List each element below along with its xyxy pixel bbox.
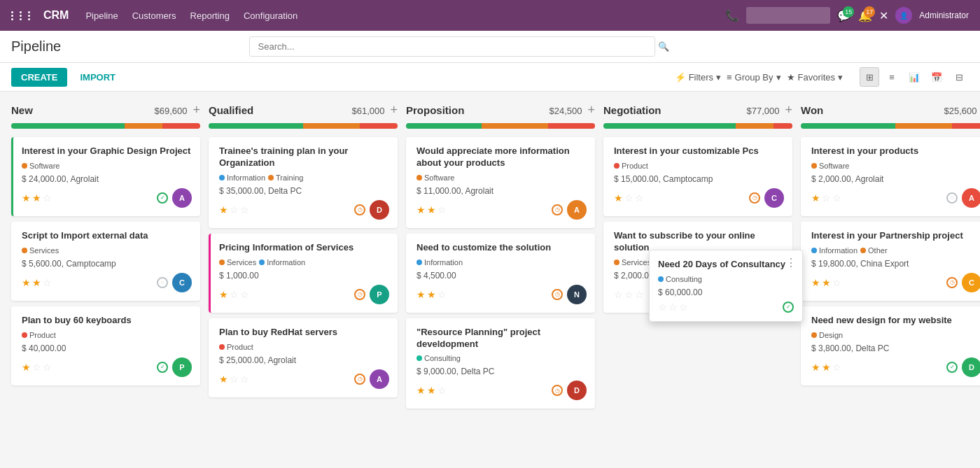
nav-pipeline[interactable]: Pipeline xyxy=(85,10,118,21)
nav-reporting[interactable]: Reporting xyxy=(190,10,230,21)
card-tag: Consulting xyxy=(416,354,461,362)
kanban-card[interactable]: Trainee's training plan in your Organiza… xyxy=(209,137,398,228)
groupby-icon: ≡ xyxy=(727,72,732,83)
card-tag: Software xyxy=(22,162,59,170)
tag-label: Software xyxy=(819,162,849,170)
kanban-card[interactable]: Pricing Information of Services Services… xyxy=(209,234,398,313)
card-tag: Training xyxy=(268,173,303,182)
kanban-card[interactable]: Need to customize the solution Informati… xyxy=(406,234,595,313)
chart-view-icon[interactable]: 📊 xyxy=(904,67,924,87)
close-icon[interactable]: ✕ xyxy=(879,9,888,22)
card-tag: Design xyxy=(811,331,843,339)
kanban-card[interactable]: Would appreciate more information about … xyxy=(406,137,595,228)
tag-dot xyxy=(811,163,817,169)
tag-label: Design xyxy=(819,331,843,339)
star-2: ☆ xyxy=(438,204,447,215)
status-icon: ◷ xyxy=(552,204,563,215)
kanban-card[interactable]: Interest in your Graphic Design Project … xyxy=(11,137,200,216)
card-title: Interest in your Partnership project xyxy=(811,230,980,242)
star-1: ★ xyxy=(822,362,831,373)
calendar-view-icon[interactable]: 📅 xyxy=(927,67,946,87)
more-icon[interactable]: ⋮ xyxy=(785,256,797,269)
card-tag: Software xyxy=(416,173,454,182)
star-2: ☆ xyxy=(679,302,688,313)
star-0: ★ xyxy=(811,192,820,204)
toolbar: Pipeline 🔍 xyxy=(0,31,980,63)
card-title: Plan to buy 60 keyboards xyxy=(22,315,192,327)
star-0: ★ xyxy=(219,204,228,215)
notifications-icon-wrapper: 🔔 17 xyxy=(858,9,872,22)
phone-icon[interactable]: 📞 xyxy=(725,9,739,22)
col-negotiation: Negotiation $77,000 + Interest in your c… xyxy=(603,103,792,318)
card-right: ○ C xyxy=(157,273,192,292)
status-icon: ◷ xyxy=(354,289,365,300)
tag-label: Information xyxy=(227,173,265,182)
card-avatar: P xyxy=(172,357,192,377)
status-icon: ✓ xyxy=(946,362,958,373)
card-amount: $ 15,000.00, Camptocamp xyxy=(614,174,784,184)
col-add-button[interactable]: + xyxy=(192,103,200,118)
col-add-button[interactable]: + xyxy=(785,103,792,118)
card-avatar: C xyxy=(764,188,784,208)
card-right: ○ A xyxy=(946,188,980,208)
col-add-button[interactable]: + xyxy=(390,103,398,118)
kanban-card[interactable]: Interest in your customizable Pcs Produc… xyxy=(603,137,792,216)
kanban-card[interactable]: Need new design for my website Design $ … xyxy=(801,306,980,385)
filters-button[interactable]: ⚡ Filters ▾ xyxy=(675,72,721,83)
card-tags: Product xyxy=(219,343,389,351)
favorites-button[interactable]: ★ Favorites ▾ xyxy=(787,72,843,83)
apps-grid[interactable] xyxy=(11,11,35,20)
brand-logo[interactable]: CRM xyxy=(43,9,69,22)
card-tags: Design xyxy=(811,331,980,339)
kanban-card[interactable]: "Resource Planning" project develdopment… xyxy=(406,318,595,409)
card-tag: Information xyxy=(811,246,858,255)
status-icon: ◷ xyxy=(354,374,365,385)
nav-configuration[interactable]: Configuration xyxy=(244,10,298,21)
tag-dot xyxy=(259,260,265,265)
star-1: ★ xyxy=(32,277,41,288)
card-right: ◷ A xyxy=(354,369,389,389)
card-avatar: D xyxy=(567,381,587,400)
popup-tag-label: Consulting xyxy=(666,275,702,283)
star-1: ☆ xyxy=(624,192,634,204)
kanban-card[interactable]: Interest in your Partnership project Inf… xyxy=(801,222,980,301)
favorites-chevron-icon: ▾ xyxy=(838,72,843,83)
create-button[interactable]: CREATE xyxy=(11,68,67,87)
col-header: Negotiation $77,000 + xyxy=(603,103,792,118)
card-right: ◷ C xyxy=(946,273,980,292)
kanban-card[interactable]: Interest in your products Software $ 2,0… xyxy=(801,137,980,216)
card-tag: Information xyxy=(219,173,265,182)
tag-dot xyxy=(860,248,866,253)
star-1: ☆ xyxy=(624,289,634,300)
tag-dot xyxy=(416,355,422,361)
card-footer: ★★☆ ◷ A xyxy=(416,200,587,220)
tag-dot xyxy=(416,175,422,180)
star-1: ☆ xyxy=(32,362,41,373)
star-1: ★ xyxy=(427,385,436,396)
tag-label: Product xyxy=(622,162,648,170)
import-button[interactable]: IMPORT xyxy=(73,68,122,87)
card-tags: Services Information xyxy=(219,258,389,267)
star-1: ☆ xyxy=(230,289,239,300)
card-amount: $ 5,600.00, Camptocamp xyxy=(22,259,192,269)
col-amount: $69,600 xyxy=(154,106,187,116)
list-view-icon[interactable]: ≡ xyxy=(882,67,902,87)
kanban-card[interactable]: Script to Import external data Services … xyxy=(11,222,200,301)
kanban-card[interactable]: Plan to buy 60 keyboards Product $ 40,00… xyxy=(11,306,200,385)
col-add-button[interactable]: + xyxy=(587,103,595,118)
star-2: ☆ xyxy=(635,192,644,204)
kanban-view-icon[interactable]: ⊞ xyxy=(860,67,879,87)
kanban-card[interactable]: Plan to buy RedHat servers Product $ 25,… xyxy=(209,318,398,397)
grid-view-icon[interactable]: ⊟ xyxy=(949,67,969,87)
star-icon: ★ xyxy=(787,72,795,83)
avatar[interactable]: 👤 xyxy=(895,7,912,24)
tag-label: Information xyxy=(819,246,858,255)
nav-customers[interactable]: Customers xyxy=(132,10,176,21)
card-title: Interest in your customizable Pcs xyxy=(614,146,784,157)
groupby-button[interactable]: ≡ Group By ▾ xyxy=(727,72,781,83)
search-input[interactable] xyxy=(249,36,655,57)
card-footer: ★☆☆ ◷ P xyxy=(219,285,389,304)
tag-label: Other xyxy=(868,246,888,255)
col-title: Qualified xyxy=(209,104,253,116)
admin-name[interactable]: Administrator xyxy=(919,10,969,20)
